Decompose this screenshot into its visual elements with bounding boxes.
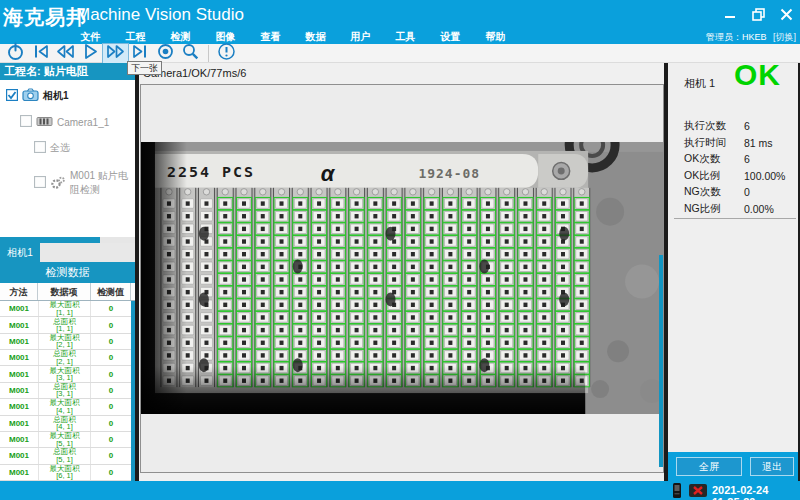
exit-button[interactable]: 退出 [750, 457, 794, 476]
table-row[interactable]: M001总面积[4, 1]0 [0, 416, 131, 432]
close-icon[interactable] [778, 6, 794, 22]
menu-item-5[interactable]: 数据 [293, 30, 338, 44]
cell-method: M001 [0, 337, 38, 346]
stat-value: 0 [744, 186, 750, 198]
stat-value: 0.00% [744, 203, 774, 215]
left-splitter[interactable] [135, 63, 139, 481]
tree-item-2[interactable]: 全选 [34, 141, 135, 155]
cell-data-item: 总面积[1, 1] [38, 317, 91, 332]
toolbar-run-button[interactable] [78, 44, 103, 63]
cell-data-item: 总面积[5, 1] [38, 448, 91, 463]
fullscreen-button[interactable]: 全屏 [676, 457, 742, 476]
error-status-icon [688, 482, 708, 500]
stat-label: 执行时间 [684, 136, 744, 150]
cell-data-item: 最大面积[6, 1] [38, 465, 91, 480]
camera-image: 2254 PCSα1924-08 [141, 142, 663, 414]
table-row[interactable]: M001总面积[5, 1]0 [0, 448, 131, 464]
svg-text:α: α [321, 161, 336, 186]
cell-method: M001 [0, 353, 38, 362]
stat-row-4: NG次数0 [684, 184, 796, 201]
cell-method: M001 [0, 370, 38, 379]
stat-row-5: NG比例0.00% [684, 201, 796, 218]
result-camera-label: 相机 1 [684, 76, 715, 91]
alert-icon [217, 42, 236, 65]
tree-checkbox-1[interactable] [20, 115, 32, 129]
table-row[interactable]: M001总面积[3, 1]0 [0, 383, 131, 399]
toolbar-prev-image-button[interactable] [53, 44, 78, 63]
toolbar-alert-button[interactable] [214, 44, 239, 63]
switch-user-link[interactable]: [切换] [773, 32, 796, 42]
viewer-vertical-scrollbar[interactable] [659, 255, 663, 467]
stat-value: 6 [744, 120, 750, 132]
tab-camera1[interactable]: 相机1 [0, 243, 40, 262]
device-icon [36, 116, 53, 129]
stat-label: OK次数 [684, 152, 744, 166]
power-icon [6, 42, 25, 65]
toolbar-skip-first-button[interactable] [28, 44, 53, 63]
table-row[interactable]: M001最大面积[5, 1]0 [0, 432, 131, 448]
restore-icon[interactable] [750, 6, 766, 22]
minimize-icon[interactable] [722, 6, 738, 22]
cell-value: 0 [91, 402, 131, 411]
cell-data-item: 最大面积[5, 1] [38, 432, 91, 447]
table-row[interactable]: M001最大面积[3, 1]0 [0, 366, 131, 382]
cell-method: M001 [0, 321, 38, 330]
table-row[interactable]: M001总面积[2, 1]0 [0, 350, 131, 366]
table-row[interactable]: M001最大面积[1, 1]0 [0, 301, 131, 317]
tree-checkbox-2[interactable] [34, 141, 46, 155]
menu-item-7[interactable]: 工具 [383, 30, 428, 44]
cell-method: M001 [0, 435, 38, 444]
skip-first-icon [31, 42, 50, 65]
stat-label: OK比例 [684, 169, 744, 183]
stat-row-0: 执行次数6 [684, 118, 796, 135]
table-row[interactable]: M001总面积[1, 1]0 [0, 317, 131, 333]
table-row[interactable]: M001最大面积[2, 1]0 [0, 334, 131, 350]
cell-value: 0 [91, 419, 131, 428]
cell-method: M001 [0, 402, 38, 411]
project-tree: 相机1Camera1_1全选M001 贴片电阻检测 [0, 80, 135, 237]
tree-item-3[interactable]: M001 贴片电阻检测 [34, 169, 135, 197]
cell-data-item: 最大面积[1, 1] [38, 301, 91, 316]
tree-item-1[interactable]: Camera1_1 [20, 115, 135, 129]
stat-label: NG比例 [684, 202, 744, 216]
toolbar-record-button[interactable] [153, 44, 178, 63]
cell-data-item: 总面积[2, 1] [38, 350, 91, 365]
tree-item-label: 全选 [50, 141, 70, 155]
cell-value: 0 [91, 451, 131, 460]
toolbar-next-image-button[interactable] [103, 44, 128, 63]
user-area: 管理员：HKEB [切换] [706, 31, 796, 44]
cell-data-item: 最大面积[4, 1] [38, 399, 91, 414]
camera-tab-row: 相机1 [0, 243, 135, 262]
cell-method: M001 [0, 468, 38, 477]
title-bar: 海克易邦 Machine Vision Studio [0, 0, 800, 30]
stats-separator [674, 218, 796, 219]
menu-item-9[interactable]: 帮助 [473, 30, 518, 44]
run-icon [81, 42, 100, 65]
device-status-icon [670, 482, 684, 500]
column-header-2: 检测值 [91, 283, 131, 300]
cell-method: M001 [0, 451, 38, 460]
menu-item-4[interactable]: 查看 [248, 30, 293, 44]
cell-data-item: 最大面积[3, 1] [38, 366, 91, 381]
detection-table-body: M001最大面积[1, 1]0M001总面积[1, 1]0M001最大面积[2,… [0, 301, 131, 481]
toolbar-zoom-button[interactable] [178, 44, 203, 63]
stat-value: 100.00% [744, 170, 785, 182]
cell-data-item: 总面积[4, 1] [38, 416, 91, 431]
toolbar-skip-last-button[interactable] [128, 44, 153, 63]
stat-label: NG次数 [684, 185, 744, 199]
menu-item-8[interactable]: 设置 [428, 30, 473, 44]
camera-icon [22, 88, 39, 103]
next-image-icon [105, 42, 126, 65]
table-row[interactable]: M001最大面积[4, 1]0 [0, 399, 131, 415]
tree-checkbox-0[interactable] [6, 89, 18, 103]
tree-item-0[interactable]: 相机1 [6, 88, 135, 103]
svg-text:1924-08: 1924-08 [418, 166, 480, 181]
stat-label: 执行次数 [684, 119, 744, 133]
toolbar-power-button[interactable] [3, 44, 28, 63]
app-window: 海克易邦 Machine Vision Studio 文件工程检测图像查看数据用… [0, 0, 800, 500]
table-row[interactable]: M001最大面积[6, 1]0 [0, 465, 131, 481]
tree-checkbox-3[interactable] [34, 176, 46, 190]
stat-value: 81 ms [744, 137, 773, 149]
menu-item-6[interactable]: 用户 [338, 30, 383, 44]
cell-value: 0 [91, 321, 131, 330]
